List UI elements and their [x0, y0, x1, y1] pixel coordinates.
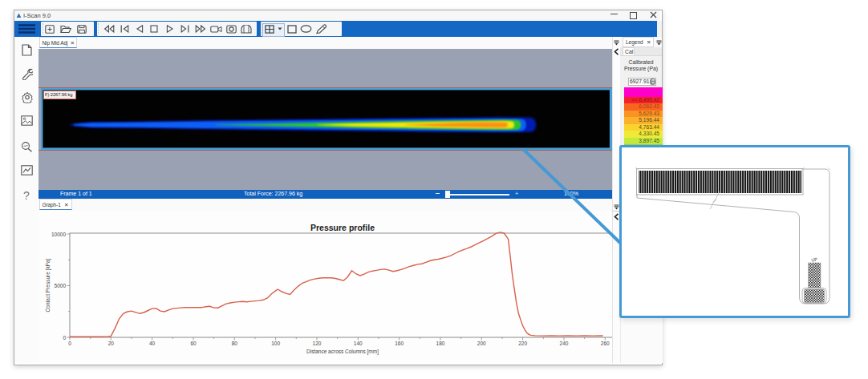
- svg-text:220: 220: [518, 341, 527, 346]
- svg-text:80: 80: [232, 341, 238, 346]
- svg-text:0: 0: [63, 335, 66, 341]
- svg-text:40: 40: [149, 341, 156, 346]
- svg-text:5000: 5000: [55, 283, 67, 288]
- svg-text:10000: 10000: [51, 232, 66, 237]
- svg-text:180: 180: [436, 341, 445, 346]
- svg-text:120: 120: [313, 341, 322, 346]
- svg-text:160: 160: [395, 341, 404, 346]
- svg-text:UP: UP: [811, 256, 818, 263]
- svg-text:240: 240: [560, 341, 569, 346]
- svg-text:200: 200: [477, 341, 486, 346]
- svg-text:0: 0: [68, 341, 71, 346]
- svg-text:140: 140: [354, 341, 363, 346]
- svg-text:Contact Pressure [kPa]: Contact Pressure [kPa]: [45, 258, 51, 312]
- svg-text:60: 60: [190, 341, 197, 346]
- svg-text:Distance across Columns [mm]: Distance across Columns [mm]: [306, 349, 379, 355]
- svg-text:100: 100: [271, 341, 280, 346]
- svg-text:260: 260: [601, 341, 610, 346]
- svg-text:Pressure profile: Pressure profile: [310, 223, 375, 232]
- svg-text:20: 20: [108, 341, 115, 346]
